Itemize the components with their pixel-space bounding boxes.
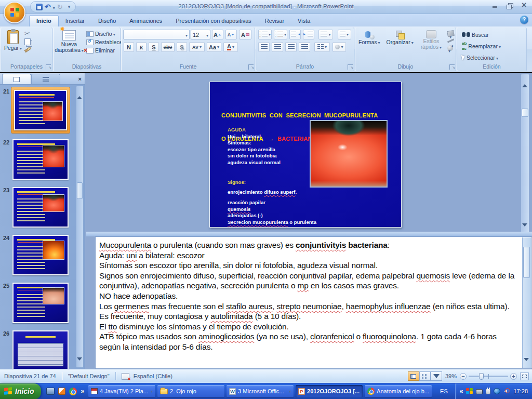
shape-fill-icon[interactable] — [447, 30, 455, 37]
font-size-combo[interactable]: 12 — [191, 30, 210, 39]
tab-diseño[interactable]: Diseño — [91, 16, 123, 26]
slide-thumbnail-24[interactable]: 24 — [0, 234, 76, 276]
notes-scroll-thumb[interactable] — [523, 247, 530, 278]
close-panel-icon[interactable] — [78, 76, 82, 82]
slide-sorter-button[interactable] — [419, 371, 431, 381]
office-button[interactable] — [4, 2, 25, 23]
notes-splitter[interactable] — [86, 232, 532, 236]
scroll-down-icon[interactable] — [524, 361, 529, 367]
tab-slides-thumbnails[interactable] — [2, 74, 31, 84]
find-button[interactable]: Buscar — [461, 31, 525, 38]
grow-font-button[interactable]: A — [212, 30, 223, 39]
zoom-thumb[interactable] — [479, 373, 484, 380]
chrome-icon[interactable] — [69, 388, 77, 395]
text-direction-button[interactable] — [338, 30, 351, 39]
scroll-up-icon[interactable] — [524, 238, 529, 244]
scroll-thumb[interactable] — [522, 109, 528, 117]
italic-button[interactable]: K — [136, 42, 147, 52]
panel-scrollbar[interactable] — [76, 86, 84, 368]
tab-insertar[interactable]: Insertar — [59, 16, 91, 26]
tab-revisar[interactable]: Revisar — [258, 16, 291, 26]
scroll-up-icon[interactable] — [77, 87, 83, 93]
zoom-track[interactable] — [469, 376, 508, 377]
slide-thumbnail-23[interactable]: 23 — [0, 186, 76, 229]
quick-styles-button[interactable]: Estilos rápidos — [418, 29, 444, 63]
justify-button[interactable] — [299, 42, 310, 52]
slide-canvas[interactable]: CONJUNTIVITIS CON SECRECION MUCOPURULENT… — [209, 82, 402, 228]
volume-muted-icon[interactable] — [503, 388, 510, 394]
slideshow-button[interactable] — [431, 371, 442, 381]
taskbar-button[interactable]: Anatomía del ojo b... — [365, 385, 432, 397]
slide-thumbnail-26[interactable]: 26 — [0, 329, 76, 369]
start-button[interactable]: Inicio — [0, 383, 41, 399]
taskbar-language[interactable]: ES — [437, 387, 451, 396]
bullets-button[interactable] — [258, 30, 272, 39]
increase-indent-button[interactable] — [303, 30, 314, 39]
numbering-button[interactable] — [274, 30, 287, 39]
help-button[interactable]: ? — [520, 16, 528, 24]
zoom-level[interactable]: 39% — [445, 373, 457, 379]
restore-button[interactable] — [506, 3, 513, 9]
cut-icon[interactable] — [24, 30, 31, 37]
zoom-in-button[interactable]: + — [510, 373, 517, 380]
new-slide-button[interactable]: Nueva diapositiva — [55, 29, 83, 63]
close-button[interactable] — [521, 3, 528, 9]
safely-remove-hardware-icon[interactable] — [486, 389, 490, 394]
drawing-dialog-launcher[interactable] — [449, 64, 455, 70]
tab-animaciones[interactable]: Animaciones — [123, 16, 169, 26]
line-spacing-button[interactable] — [318, 30, 333, 39]
zoom-out-button[interactable]: − — [460, 373, 467, 380]
slide-thumbnail-25[interactable]: 25 — [0, 282, 76, 324]
shape-outline-icon[interactable] — [447, 38, 454, 43]
panel-scroll-thumb[interactable] — [77, 182, 83, 199]
taskbar-button[interactable]: 2. Ojo rojo — [157, 385, 224, 397]
slide-scrollbar[interactable] — [521, 74, 529, 234]
arrange-button[interactable]: Organizar — [385, 29, 415, 63]
spellcheck-icon[interactable] — [122, 373, 129, 380]
select-button[interactable]: Seleccionar — [461, 54, 525, 61]
copy-icon[interactable] — [24, 38, 31, 45]
quick-launch-app-icon[interactable] — [58, 388, 65, 395]
notes-panel[interactable]: Mucopurulenta o purulenta (cuando son ma… — [95, 236, 532, 369]
tray-app-icon[interactable] — [466, 388, 473, 394]
taskbar-button[interactable]: 4 Java(TM) 2 Pla... — [88, 385, 155, 397]
tray-expand-icon[interactable]: « — [460, 388, 463, 395]
columns-button[interactable] — [314, 42, 330, 52]
font-name-combo[interactable] — [123, 30, 190, 39]
slide-thumbnail-21[interactable]: 21 — [0, 87, 76, 133]
replace-button[interactable]: abac Reemplazar — [461, 41, 525, 52]
network-icon[interactable] — [494, 388, 500, 394]
paragraph-dialog-launcher[interactable] — [348, 64, 353, 70]
bold-button[interactable]: N — [124, 42, 134, 52]
taskbar-button[interactable]: W3 Microsoft Offic... — [227, 385, 294, 397]
taskbar-button[interactable]: P2012OJOROJO3 [... — [296, 385, 363, 397]
decrease-indent-button[interactable] — [289, 30, 301, 39]
quick-launch-more-icon[interactable] — [81, 388, 84, 395]
tab-presentación-con-diapositivas[interactable]: Presentación con diapositivas — [169, 16, 258, 26]
align-center-button[interactable] — [272, 42, 283, 52]
text-shadow-button[interactable]: S — [177, 42, 187, 52]
scroll-down-icon[interactable] — [77, 361, 83, 366]
tab-outline[interactable] — [31, 74, 60, 84]
align-right-button[interactable] — [285, 42, 297, 52]
tab-vista[interactable]: Vista — [291, 16, 317, 26]
tab-inicio[interactable]: Inicio — [29, 15, 59, 26]
delete-slide-button[interactable]: Eliminar — [85, 47, 125, 54]
show-desktop-icon[interactable] — [46, 388, 55, 395]
reset-slide-button[interactable]: Restablecer — [85, 38, 125, 46]
underline-button[interactable]: S — [149, 42, 159, 52]
minimize-button[interactable] — [491, 3, 499, 9]
shapes-button[interactable]: Formas — [357, 29, 382, 63]
paste-button[interactable]: Pegar — [3, 29, 23, 63]
slide-design-button[interactable]: Diseño — [85, 30, 125, 37]
align-left-button[interactable] — [258, 42, 270, 52]
clear-formatting-button[interactable]: A — [239, 30, 251, 39]
shrink-font-button[interactable]: A — [225, 30, 237, 39]
notes-scrollbar[interactable] — [522, 237, 531, 368]
convert-smartart-button[interactable] — [332, 42, 346, 52]
character-spacing-button[interactable]: AV — [189, 42, 205, 52]
clipboard-dialog-launcher[interactable] — [46, 64, 51, 70]
font-color-button[interactable]: A — [223, 42, 238, 52]
strikethrough-button[interactable]: abe — [161, 42, 175, 52]
normal-view-button[interactable] — [408, 371, 419, 381]
